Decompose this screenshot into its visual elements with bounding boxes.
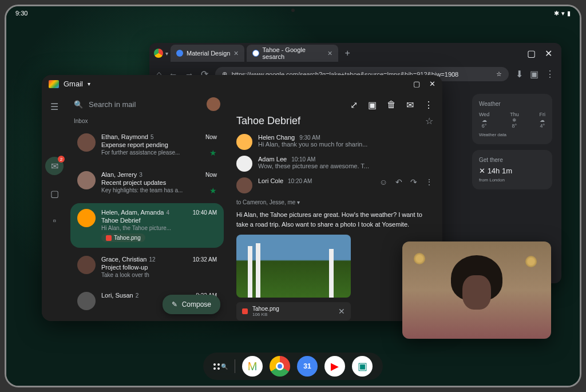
recipients[interactable]: to Cameron, Jesse, me ▾ <box>236 199 433 205</box>
battery-icon: ▮ <box>567 10 571 17</box>
app-title: Gmail <box>64 80 83 88</box>
delete-icon[interactable]: 🗑 <box>387 100 396 110</box>
avatar <box>236 177 252 193</box>
thread-item-expanded[interactable]: Lori Cole10:20 AM ☺ ↶ ↷ ⋮ <box>236 177 433 193</box>
thread-item[interactable]: Adam Lee10:10 AM Wow, these picturese ar… <box>236 156 433 172</box>
email-item-selected[interactable]: Helen, Adam, Amanda 410:40 AM Tahoe Debr… <box>70 203 224 248</box>
tab-favicon-icon <box>176 50 183 57</box>
avatar <box>77 292 96 310</box>
close-icon[interactable]: × <box>233 49 238 58</box>
taskbar-chrome-icon[interactable] <box>270 356 290 377</box>
tab-title: Tahoe - Google sesarch <box>263 46 324 60</box>
bookmark-icon[interactable]: ☆ <box>496 70 502 78</box>
browser-tab-2[interactable]: Tahoe - Google sesarch × <box>247 45 338 62</box>
close-icon[interactable]: ✕ <box>429 80 435 88</box>
chevron-down-icon[interactable]: ▾ <box>297 199 300 205</box>
taskbar-calendar-icon[interactable]: 31 <box>297 356 318 377</box>
inbox-label: Inbox <box>67 116 227 126</box>
close-icon[interactable]: ✕ <box>545 48 552 59</box>
mail-icon[interactable]: ✉2 <box>45 157 64 175</box>
weather-label: Weather <box>479 101 545 107</box>
new-tab-button[interactable]: + <box>340 48 355 58</box>
chevron-down-icon[interactable]: ▾ <box>165 50 168 57</box>
taskbar-gmail-icon[interactable]: M <box>242 356 263 377</box>
more-icon[interactable]: ⋮ <box>545 69 555 80</box>
chrome-icon <box>154 49 163 58</box>
email-list: 🔍 Search in mail Inbox Ethan, Raymond 5N… <box>67 93 227 321</box>
message-body: Hi Alan, the Tahoe pictures are great. H… <box>236 210 433 229</box>
gmail-logo-icon <box>49 80 59 88</box>
chat-icon[interactable]: ▢ <box>45 184 64 203</box>
image-icon <box>106 235 112 241</box>
more-icon[interactable]: ⋮ <box>425 177 433 193</box>
forward-icon[interactable]: ↷ <box>410 177 417 193</box>
taskbar: 🔍 M 31 ▶ ▣ <box>203 353 383 380</box>
star-icon[interactable]: ☆ <box>425 116 433 126</box>
mark-unread-icon[interactable]: ✉ <box>406 100 414 110</box>
browser-tab-1[interactable]: Material Design × <box>171 45 244 62</box>
attachment-bar[interactable]: Tahoe.png 106 KB ✕ <box>236 302 351 320</box>
wifi-icon: ▾ <box>561 10 565 17</box>
nav-rail: ☰ ✉2 ▢ ▫ <box>42 93 67 321</box>
avatar <box>77 133 96 152</box>
archive-icon[interactable]: ▣ <box>368 100 377 110</box>
tab-favicon-icon <box>252 50 259 57</box>
search-input[interactable]: Search in mail <box>89 100 201 109</box>
avatar <box>77 256 96 274</box>
directions-card[interactable]: Get there ✕ 14h 1m from London <box>472 150 552 189</box>
close-icon[interactable]: × <box>327 49 332 58</box>
thread-item[interactable]: Helen Chang9:30 AM Hi Alan, thank you so… <box>236 134 433 150</box>
avatar <box>236 156 252 172</box>
video-participant <box>442 255 511 335</box>
gmail-window[interactable]: Gmail ▾ ▢ ✕ ☰ ✉2 ▢ ▫ 🔍 Search in mail <box>42 75 442 321</box>
image-attachment[interactable] <box>236 235 351 298</box>
email-item[interactable]: Grace, Christian 1210:32 AM Project foll… <box>70 250 224 284</box>
chevron-down-icon[interactable]: ▾ <box>88 81 90 87</box>
weather-card[interactable]: Weather Wed☁6° Thu❄8° Fri☁4° Weather dat… <box>472 94 552 144</box>
star-icon[interactable]: ★ <box>209 148 217 157</box>
maximize-icon[interactable]: ▢ <box>413 80 420 88</box>
search-icon[interactable]: 🔍 <box>74 100 83 109</box>
taskbar-youtube-icon[interactable]: ▶ <box>324 356 345 377</box>
maximize-icon[interactable]: ▢ <box>527 48 536 59</box>
avatar <box>77 171 96 189</box>
image-icon <box>242 308 248 314</box>
emoji-icon[interactable]: ☺ <box>379 177 387 193</box>
taskbar-meet-icon[interactable]: ▣ <box>352 356 373 377</box>
meet-icon[interactable]: ▫ <box>45 212 64 230</box>
video-pip-window[interactable] <box>402 241 551 339</box>
account-avatar[interactable] <box>207 97 220 111</box>
email-item[interactable]: Alan, Jerrery 3Now Recent project update… <box>70 165 224 201</box>
pencil-icon: ✎ <box>172 300 177 308</box>
email-item[interactable]: Ethan, Raymond 5Now Expense report pendi… <box>70 128 224 163</box>
unread-badge: 2 <box>58 156 65 163</box>
tabs-icon[interactable]: ▣ <box>530 69 539 80</box>
menu-icon[interactable]: ☰ <box>45 97 64 116</box>
reply-icon[interactable]: ↶ <box>395 177 402 193</box>
star-icon[interactable]: ★ <box>209 186 217 195</box>
expand-icon[interactable]: ⤢ <box>350 100 358 110</box>
bluetooth-icon: ✱ <box>554 10 559 17</box>
close-icon[interactable]: ✕ <box>338 307 345 316</box>
more-icon[interactable]: ⋮ <box>424 100 433 110</box>
app-drawer-button[interactable]: 🔍 <box>213 363 228 370</box>
attachment-chip[interactable]: Tahoe.png <box>101 233 145 242</box>
avatar <box>77 209 96 227</box>
email-subject-title: Tahoe Debrief <box>236 115 300 127</box>
download-icon[interactable]: ⬇ <box>516 69 523 80</box>
avatar <box>236 134 252 150</box>
status-time: 9:30 <box>15 10 27 17</box>
tab-title: Material Design <box>187 50 230 57</box>
compose-button[interactable]: ✎ Compose <box>163 295 220 314</box>
